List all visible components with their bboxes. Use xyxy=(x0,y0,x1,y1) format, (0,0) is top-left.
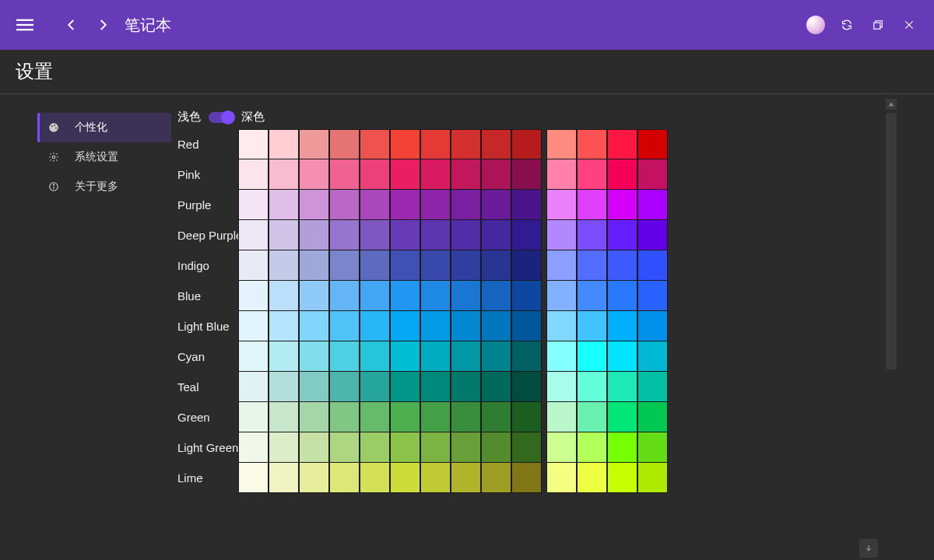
color-swatch[interactable] xyxy=(360,341,390,372)
color-swatch[interactable] xyxy=(390,281,420,311)
color-swatch[interactable] xyxy=(607,311,637,341)
color-swatch[interactable] xyxy=(299,463,329,493)
color-swatch[interactable] xyxy=(637,311,668,341)
color-swatch[interactable] xyxy=(546,341,577,372)
color-swatch[interactable] xyxy=(329,190,360,220)
color-swatch[interactable] xyxy=(360,159,390,190)
color-swatch[interactable] xyxy=(269,463,299,493)
color-swatch[interactable] xyxy=(481,250,511,281)
color-swatch[interactable] xyxy=(511,129,542,159)
color-swatch[interactable] xyxy=(511,463,542,493)
color-swatch[interactable] xyxy=(329,432,360,463)
color-swatch[interactable] xyxy=(546,159,577,190)
color-swatch[interactable] xyxy=(481,311,511,341)
color-swatch[interactable] xyxy=(637,281,668,311)
color-swatch[interactable] xyxy=(481,432,511,463)
color-swatch[interactable] xyxy=(607,250,637,281)
color-swatch[interactable] xyxy=(637,190,668,220)
sidebar-item-system[interactable]: 系统设置 xyxy=(37,142,171,172)
color-swatch[interactable] xyxy=(577,463,607,493)
color-swatch[interactable] xyxy=(269,281,299,311)
color-swatch[interactable] xyxy=(511,372,542,402)
color-swatch[interactable] xyxy=(390,311,420,341)
color-swatch[interactable] xyxy=(269,372,299,402)
color-swatch[interactable] xyxy=(577,281,607,311)
color-swatch[interactable] xyxy=(329,159,360,190)
color-swatch[interactable] xyxy=(238,190,269,220)
color-swatch[interactable] xyxy=(546,311,577,341)
color-swatch[interactable] xyxy=(607,432,637,463)
color-swatch[interactable] xyxy=(238,281,269,311)
color-swatch[interactable] xyxy=(451,432,481,463)
color-swatch[interactable] xyxy=(511,432,542,463)
color-swatch[interactable] xyxy=(360,190,390,220)
color-swatch[interactable] xyxy=(420,159,451,190)
color-swatch[interactable] xyxy=(451,402,481,432)
color-swatch[interactable] xyxy=(637,402,668,432)
color-swatch[interactable] xyxy=(390,159,420,190)
sidebar-item-personalize[interactable]: 个性化 xyxy=(37,113,171,142)
color-swatch[interactable] xyxy=(238,159,269,190)
color-swatch[interactable] xyxy=(269,129,299,159)
color-swatch[interactable] xyxy=(420,190,451,220)
color-swatch[interactable] xyxy=(511,250,542,281)
color-swatch[interactable] xyxy=(481,220,511,250)
color-swatch[interactable] xyxy=(238,463,269,493)
color-swatch[interactable] xyxy=(269,311,299,341)
content-scrollbar[interactable] xyxy=(886,113,897,369)
color-swatch[interactable] xyxy=(546,281,577,311)
color-swatch[interactable] xyxy=(269,190,299,220)
color-swatch[interactable] xyxy=(637,432,668,463)
color-swatch[interactable] xyxy=(390,190,420,220)
color-swatch[interactable] xyxy=(360,250,390,281)
color-swatch[interactable] xyxy=(420,250,451,281)
color-swatch[interactable] xyxy=(451,281,481,311)
color-swatch[interactable] xyxy=(577,159,607,190)
color-swatch[interactable] xyxy=(329,311,360,341)
color-swatch[interactable] xyxy=(390,402,420,432)
menu-button[interactable] xyxy=(9,9,40,40)
color-swatch[interactable] xyxy=(420,129,451,159)
color-swatch[interactable] xyxy=(577,220,607,250)
color-swatch[interactable] xyxy=(577,341,607,372)
color-swatch[interactable] xyxy=(360,281,390,311)
color-swatch[interactable] xyxy=(511,190,542,220)
color-swatch[interactable] xyxy=(390,129,420,159)
color-swatch[interactable] xyxy=(329,372,360,402)
color-swatch[interactable] xyxy=(637,250,668,281)
color-swatch[interactable] xyxy=(577,432,607,463)
color-swatch[interactable] xyxy=(577,129,607,159)
color-swatch[interactable] xyxy=(420,432,451,463)
color-swatch[interactable] xyxy=(451,159,481,190)
color-swatch[interactable] xyxy=(451,190,481,220)
color-swatch[interactable] xyxy=(238,250,269,281)
color-swatch[interactable] xyxy=(329,341,360,372)
color-swatch[interactable] xyxy=(607,402,637,432)
color-swatch[interactable] xyxy=(546,220,577,250)
color-swatch[interactable] xyxy=(299,281,329,311)
color-swatch[interactable] xyxy=(238,432,269,463)
color-swatch[interactable] xyxy=(299,159,329,190)
color-swatch[interactable] xyxy=(299,311,329,341)
color-swatch[interactable] xyxy=(511,341,542,372)
color-swatch[interactable] xyxy=(546,463,577,493)
theme-toggle[interactable] xyxy=(209,112,234,123)
color-swatch[interactable] xyxy=(577,372,607,402)
color-swatch[interactable] xyxy=(511,159,542,190)
color-swatch[interactable] xyxy=(420,402,451,432)
color-swatch[interactable] xyxy=(637,129,668,159)
color-swatch[interactable] xyxy=(577,311,607,341)
color-swatch[interactable] xyxy=(481,341,511,372)
close-window-button[interactable] xyxy=(894,9,925,40)
color-swatch[interactable] xyxy=(299,432,329,463)
sync-button[interactable] xyxy=(831,9,862,40)
color-swatch[interactable] xyxy=(269,250,299,281)
forward-button[interactable] xyxy=(87,9,118,40)
color-swatch[interactable] xyxy=(329,463,360,493)
color-swatch[interactable] xyxy=(299,250,329,281)
color-swatch[interactable] xyxy=(299,190,329,220)
color-swatch[interactable] xyxy=(637,341,668,372)
color-swatch[interactable] xyxy=(607,190,637,220)
color-swatch[interactable] xyxy=(390,341,420,372)
color-swatch[interactable] xyxy=(577,402,607,432)
